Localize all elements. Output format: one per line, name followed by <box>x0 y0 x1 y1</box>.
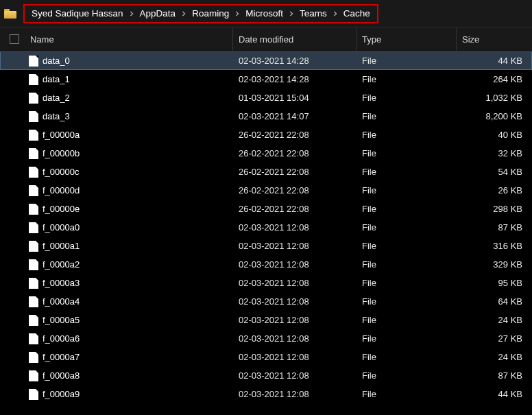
file-row[interactable]: f_0000a402-03-2021 12:08File64 KB <box>0 292 532 311</box>
file-name-cell[interactable]: f_00000d <box>29 185 233 196</box>
file-row[interactable]: f_0000a002-03-2021 12:08File87 KB <box>0 218 532 237</box>
breadcrumb-segment[interactable]: Roaming <box>189 8 232 19</box>
chevron-right-icon[interactable] <box>232 11 243 16</box>
file-name: f_0000a7 <box>43 352 80 362</box>
file-name: f_0000a6 <box>43 333 80 344</box>
breadcrumb-segment[interactable]: Cache <box>341 8 373 19</box>
file-icon <box>29 167 38 178</box>
file-row[interactable]: f_00000c26-02-2021 22:08File54 KB <box>0 163 532 181</box>
breadcrumb-segment[interactable]: Microsoft <box>243 8 286 19</box>
file-name: f_00000c <box>43 167 80 177</box>
chevron-right-icon[interactable] <box>178 11 189 16</box>
file-date: 26-02-2021 22:08 <box>233 130 356 140</box>
file-type: File <box>356 185 457 195</box>
file-date: 26-02-2021 22:08 <box>233 167 356 177</box>
file-row[interactable]: f_0000a702-03-2021 12:08File24 KB <box>0 348 532 366</box>
file-type: File <box>356 204 457 214</box>
file-name: f_0000a1 <box>43 241 80 251</box>
file-name: f_00000d <box>43 185 80 195</box>
column-size[interactable]: Size <box>457 27 532 51</box>
file-name: data_0 <box>43 56 70 66</box>
file-icon <box>29 93 38 104</box>
file-row[interactable]: data_201-03-2021 15:04File1,032 KB <box>0 88 532 107</box>
file-date: 02-03-2021 14:28 <box>233 56 356 66</box>
file-date: 02-03-2021 14:07 <box>233 111 356 121</box>
file-name: f_0000a4 <box>43 296 80 307</box>
file-row[interactable]: f_00000d26-02-2021 22:08File26 KB <box>0 181 532 200</box>
file-row[interactable]: f_0000a902-03-2021 12:08File44 KB <box>0 385 532 403</box>
file-size: 54 KB <box>457 167 532 177</box>
file-name-cell[interactable]: data_2 <box>29 93 233 104</box>
file-name: data_3 <box>43 111 70 121</box>
file-icon <box>29 259 38 270</box>
column-name[interactable]: Name <box>29 27 233 51</box>
file-icon <box>29 111 38 122</box>
file-type: File <box>356 74 457 84</box>
file-name-cell[interactable]: f_00000a <box>29 130 233 141</box>
file-size: 87 KB <box>457 370 532 381</box>
file-name-cell[interactable]: f_0000a6 <box>29 333 233 344</box>
file-name-cell[interactable]: f_0000a4 <box>29 296 233 307</box>
file-icon <box>29 148 38 159</box>
file-row[interactable]: f_00000a26-02-2021 22:08File40 KB <box>0 126 532 144</box>
file-name: f_00000a <box>43 130 80 140</box>
file-row[interactable]: f_0000a802-03-2021 12:08File87 KB <box>0 366 532 385</box>
file-name: f_0000a0 <box>43 222 80 233</box>
file-name-cell[interactable]: data_1 <box>29 74 233 85</box>
file-name-cell[interactable]: f_0000a2 <box>29 259 233 270</box>
column-date-modified[interactable]: Date modified <box>233 27 356 51</box>
chevron-right-icon[interactable] <box>330 11 341 16</box>
file-icon <box>29 241 38 252</box>
file-size: 64 KB <box>457 296 532 307</box>
file-date: 02-03-2021 12:08 <box>233 352 356 362</box>
file-row[interactable]: data_002-03-2021 14:28File44 KB <box>0 51 532 70</box>
file-size: 1,032 KB <box>457 93 532 103</box>
file-list[interactable]: data_002-03-2021 14:28File44 KBdata_102-… <box>0 51 532 403</box>
file-row[interactable]: f_0000a102-03-2021 12:08File316 KB <box>0 237 532 255</box>
file-name-cell[interactable]: f_00000b <box>29 148 233 159</box>
file-name: f_00000e <box>43 204 80 214</box>
chevron-right-icon[interactable] <box>126 11 137 16</box>
file-name-cell[interactable]: f_0000a5 <box>29 315 233 326</box>
file-row[interactable]: f_0000a302-03-2021 12:08File95 KB <box>0 274 532 292</box>
file-name-cell[interactable]: f_0000a1 <box>29 241 233 252</box>
file-icon <box>29 333 38 344</box>
file-size: 44 KB <box>457 389 532 399</box>
file-size: 95 KB <box>457 278 532 288</box>
file-icon <box>29 130 38 141</box>
file-name-cell[interactable]: f_00000c <box>29 167 233 178</box>
file-date: 02-03-2021 14:28 <box>233 74 356 84</box>
file-type: File <box>356 389 457 399</box>
chevron-right-icon[interactable] <box>286 11 297 16</box>
file-name-cell[interactable]: f_0000a7 <box>29 352 233 363</box>
file-size: 316 KB <box>457 241 532 251</box>
file-icon <box>29 370 38 381</box>
file-row[interactable]: data_302-03-2021 14:07File8,200 KB <box>0 107 532 126</box>
file-name-cell[interactable]: f_0000a3 <box>29 278 233 289</box>
file-name-cell[interactable]: f_0000a8 <box>29 370 233 381</box>
select-all-checkbox[interactable] <box>0 34 29 44</box>
breadcrumb-segment[interactable]: Teams <box>297 8 330 19</box>
file-date: 02-03-2021 12:08 <box>233 389 356 399</box>
file-row[interactable]: data_102-03-2021 14:28File264 KB <box>0 70 532 88</box>
file-name-cell[interactable]: data_3 <box>29 111 233 122</box>
file-row[interactable]: f_00000e26-02-2021 22:08File298 KB <box>0 200 532 218</box>
file-row[interactable]: f_0000a202-03-2021 12:08File329 KB <box>0 255 532 274</box>
file-row[interactable]: f_0000a602-03-2021 12:08File27 KB <box>0 329 532 348</box>
checkbox-icon <box>10 34 19 44</box>
file-row[interactable]: f_00000b26-02-2021 22:08File32 KB <box>0 144 532 163</box>
breadcrumb-segment[interactable]: Syed Sadique Hassan <box>29 8 126 19</box>
breadcrumb-segment[interactable]: AppData <box>137 8 179 19</box>
file-size: 8,200 KB <box>457 111 532 121</box>
column-type[interactable]: Type <box>356 27 457 51</box>
file-name: f_0000a3 <box>43 278 80 288</box>
file-name-cell[interactable]: f_0000a0 <box>29 222 233 233</box>
file-name-cell[interactable]: f_00000e <box>29 204 233 215</box>
file-icon <box>29 204 38 215</box>
address-bar[interactable]: Syed Sadique HassanAppDataRoamingMicroso… <box>0 0 532 27</box>
file-type: File <box>356 278 457 288</box>
file-row[interactable]: f_0000a502-03-2021 12:08File24 KB <box>0 311 532 329</box>
file-icon <box>29 315 38 326</box>
file-name-cell[interactable]: data_0 <box>29 56 233 67</box>
file-name-cell[interactable]: f_0000a9 <box>29 389 233 400</box>
